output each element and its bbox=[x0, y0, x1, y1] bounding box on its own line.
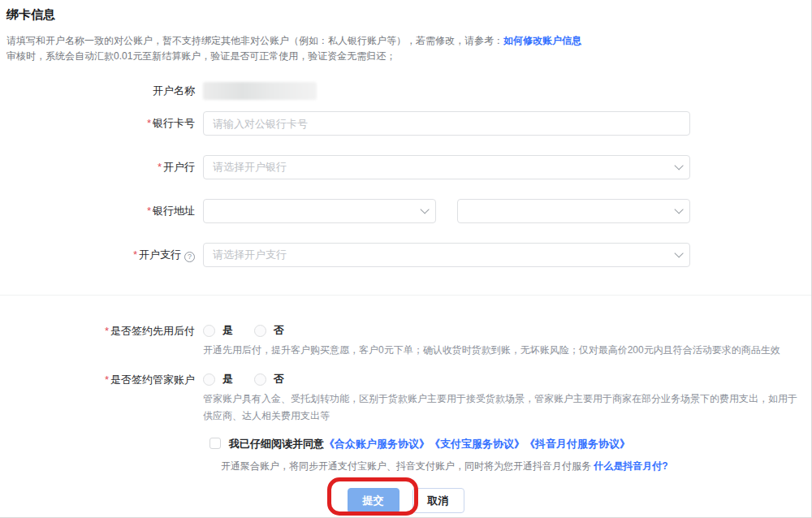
pay-later-radio-yes[interactable]: 是 bbox=[203, 323, 233, 338]
agreement-note-text: 开通聚合账户，将同步开通支付宝账户、抖音支付账户，同时将为您开通抖音月付服务 bbox=[221, 460, 594, 472]
signing-options-section: *是否签约先用后付 是 否 开通先用后付，提升客户购买意愿，客户0元下单；确认收… bbox=[0, 296, 811, 473]
hezhong-agreement-link[interactable]: 《合众账户服务协议》 bbox=[324, 438, 430, 450]
bank-address-row: *银行地址 bbox=[0, 199, 811, 223]
required-asterisk: * bbox=[105, 373, 109, 386]
required-asterisk: * bbox=[158, 161, 162, 173]
branch-label: *开户支行? bbox=[0, 243, 203, 262]
radio-circle-icon bbox=[203, 325, 215, 337]
steward-account-description: 管家账户具有入金、受托划转功能，区别于货款账户主要用于接受货款场景，管家账户主要… bbox=[203, 391, 799, 425]
page-description-line2: 审核时，系统会自动汇款0.01元至新结算账户，验证是否可正常使用，验证资金无需归… bbox=[6, 49, 803, 64]
page-title: 绑卡信息 bbox=[6, 7, 803, 23]
bank-select[interactable]: 请选择开户银行 bbox=[203, 155, 690, 179]
card-number-label: *银行卡号 bbox=[0, 111, 203, 131]
pay-later-radio-no[interactable]: 否 bbox=[254, 323, 284, 338]
agreement-prefix: 我已仔细阅读并同意 bbox=[229, 438, 324, 450]
steward-account-label: *是否签约管家账户 bbox=[0, 370, 203, 387]
page-description-line1: 请填写和开户名称一致的对公账户，暂不支持绑定其他非对公账户（例如：私人银行账户等… bbox=[6, 33, 803, 49]
account-name-row: 开户名称 bbox=[0, 84, 811, 100]
required-asterisk: * bbox=[133, 248, 137, 261]
required-asterisk: * bbox=[147, 117, 151, 129]
agreement-row: 我已仔细阅读并同意《合众账户服务协议》《支付宝服务协议》《抖音月付服务协议》 bbox=[209, 436, 811, 451]
steward-account-row: *是否签约管家账户 是 否 管家账户具有入金、受托划转功能，区别于货款账户主要用… bbox=[0, 370, 811, 425]
description-text: 请填写和开户名称一致的对公账户，暂不支持绑定其他非对公账户（例如：私人银行账户等… bbox=[6, 35, 503, 46]
chevron-down-icon bbox=[674, 161, 683, 170]
required-asterisk: * bbox=[147, 205, 151, 217]
bank-row: *开户行 请选择开户银行 bbox=[0, 155, 811, 179]
branch-select-placeholder: 请选择开户支行 bbox=[213, 248, 287, 262]
cancel-button[interactable]: 取消 bbox=[412, 488, 464, 513]
radio-label-no: 否 bbox=[274, 323, 284, 338]
pay-later-row: *是否签约先用后付 是 否 开通先用后付，提升客户购买意愿，客户0元下单；确认收… bbox=[0, 322, 811, 359]
douyin-monthly-pay-agreement-link[interactable]: 《抖音月付服务协议》 bbox=[525, 438, 630, 450]
bank-label: *开户行 bbox=[0, 155, 203, 175]
pay-later-description: 开通先用后付，提升客户购买意愿，客户0元下单；确认收货时货款到账，无坏账风险；仅… bbox=[203, 342, 799, 359]
alipay-agreement-link[interactable]: 《支付宝服务协议》 bbox=[430, 438, 525, 450]
radio-label-no: 否 bbox=[274, 372, 284, 386]
account-name-label: 开户名称 bbox=[0, 84, 203, 98]
radio-label-yes: 是 bbox=[222, 323, 233, 338]
address-province-select[interactable] bbox=[203, 199, 436, 223]
bind-card-page: 绑卡信息 请填写和开户名称一致的对公账户，暂不支持绑定其他非对公账户（例如：私人… bbox=[0, 0, 812, 518]
agreement-note: 开通聚合账户，将同步开通支付宝账户、抖音支付账户，同时将为您开通抖音月付服务 什… bbox=[221, 459, 811, 473]
agreement-text: 我已仔细阅读并同意《合众账户服务协议》《支付宝服务协议》《抖音月付服务协议》 bbox=[229, 436, 630, 451]
steward-radio-yes[interactable]: 是 bbox=[203, 372, 233, 386]
radio-label-yes: 是 bbox=[222, 372, 233, 386]
page-header: 绑卡信息 请填写和开户名称一致的对公账户，暂不支持绑定其他非对公账户（例如：私人… bbox=[0, 0, 811, 64]
branch-row: *开户支行? 请选择开户支行 bbox=[0, 243, 811, 267]
steward-radio-no[interactable]: 否 bbox=[254, 372, 284, 386]
radio-circle-icon bbox=[203, 373, 215, 386]
what-is-douyin-monthly-pay-link[interactable]: 什么是抖音月付? bbox=[594, 460, 667, 472]
required-asterisk: * bbox=[105, 325, 109, 337]
footer-actions: 提交 取消 bbox=[0, 488, 811, 513]
chevron-down-icon bbox=[674, 205, 683, 214]
info-icon[interactable]: ? bbox=[184, 252, 195, 262]
radio-circle-icon bbox=[254, 373, 266, 386]
pay-later-label: *是否签约先用后付 bbox=[0, 322, 203, 339]
account-name-redacted-value bbox=[203, 82, 317, 100]
address-city-select[interactable] bbox=[457, 199, 690, 223]
agreement-checkbox[interactable] bbox=[209, 438, 221, 449]
branch-select[interactable]: 请选择开户支行 bbox=[203, 243, 690, 267]
bind-card-form: 开户名称 *银行卡号 *开户行 请选择开户银行 bbox=[0, 64, 811, 267]
submit-button[interactable]: 提交 bbox=[348, 488, 400, 513]
chevron-down-icon bbox=[420, 205, 429, 214]
radio-circle-icon bbox=[254, 325, 266, 337]
card-number-row: *银行卡号 bbox=[0, 111, 811, 136]
chevron-down-icon bbox=[674, 248, 683, 257]
modify-account-info-link[interactable]: 如何修改账户信息 bbox=[503, 35, 581, 46]
bank-select-placeholder: 请选择开户银行 bbox=[213, 160, 287, 175]
card-number-input[interactable] bbox=[203, 111, 690, 136]
bank-address-label: *银行地址 bbox=[0, 199, 203, 218]
